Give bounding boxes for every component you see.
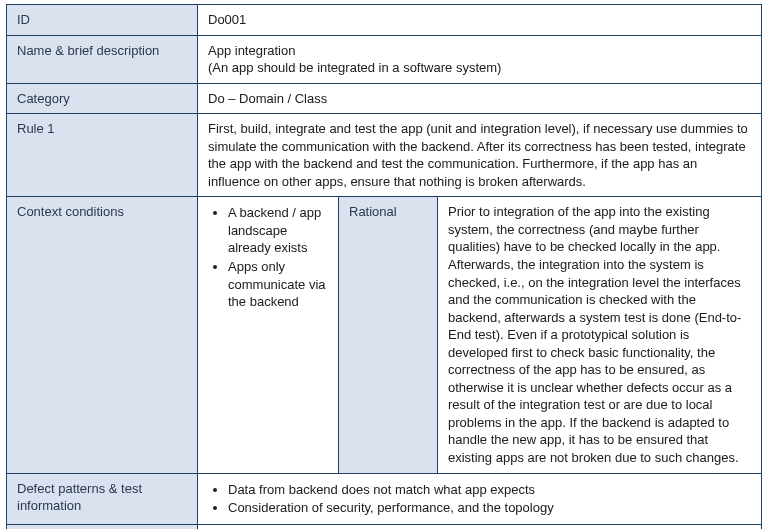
- spec-table: ID Do001 Name & brief description App in…: [6, 4, 762, 529]
- value-category: Do – Domain / Class: [198, 83, 762, 114]
- row-defect: Defect patterns & test information Data …: [7, 473, 762, 524]
- value-name-paren: (An app should be integrated in a softwa…: [208, 59, 751, 77]
- label-rational: Rational: [339, 197, 438, 473]
- value-rule1: First, build, integrate and test the app…: [198, 114, 762, 197]
- label-rule1: Rule 1: [7, 114, 198, 197]
- value-automation: n/a: [198, 524, 762, 529]
- context-item: Apps only communicate via the backend: [228, 258, 328, 311]
- defect-item: Data from backend does not match what ap…: [228, 481, 751, 499]
- value-name-desc: App integration (An app should be integr…: [198, 35, 762, 83]
- context-list: A backend / app landscape already exists…: [208, 204, 328, 310]
- row-id: ID Do001: [7, 5, 762, 36]
- row-category: Category Do – Domain / Class: [7, 83, 762, 114]
- defect-list: Data from backend does not match what ap…: [208, 481, 751, 517]
- row-rule1: Rule 1 First, build, integrate and test …: [7, 114, 762, 197]
- defect-item: Consideration of security, performance, …: [228, 499, 751, 517]
- value-name: App integration: [208, 43, 295, 58]
- label-id: ID: [7, 5, 198, 36]
- row-name-desc: Name & brief description App integration…: [7, 35, 762, 83]
- label-defect: Defect patterns & test information: [7, 473, 198, 524]
- row-automation: Automation potential & hints n/a: [7, 524, 762, 529]
- value-id: Do001: [198, 5, 762, 36]
- label-context: Context conditions: [7, 197, 198, 473]
- value-rational: Prior to integration of the app into the…: [438, 197, 762, 473]
- label-automation: Automation potential & hints: [7, 524, 198, 529]
- row-context: Context conditions A backend / app lands…: [7, 197, 762, 473]
- value-defect: Data from backend does not match what ap…: [198, 473, 762, 524]
- label-name-desc: Name & brief description: [7, 35, 198, 83]
- value-context-conditions: A backend / app landscape already exists…: [198, 197, 339, 473]
- context-item: A backend / app landscape already exists: [228, 204, 328, 257]
- label-category: Category: [7, 83, 198, 114]
